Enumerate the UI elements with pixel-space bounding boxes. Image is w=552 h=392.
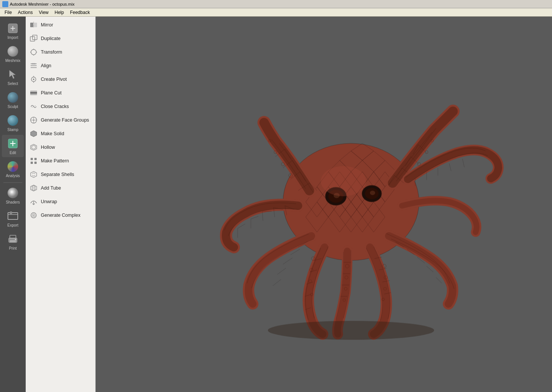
menu-item-mirror[interactable]: Mirror — [26, 18, 95, 32]
svg-rect-40 — [31, 162, 33, 164]
menu-item-align-label: Align — [41, 63, 51, 68]
svg-point-13 — [15, 239, 16, 240]
svg-rect-15 — [34, 23, 37, 27]
sidebar-separator — [3, 182, 22, 183]
sidebar-label-meshmix: Meshmix — [5, 59, 20, 63]
svg-point-45 — [32, 189, 35, 190]
svg-point-76 — [321, 166, 366, 196]
import-icon — [6, 22, 19, 35]
sidebar-label-select: Select — [8, 82, 18, 86]
menu-item-separate-shells[interactable]: Separate Shells — [26, 168, 95, 181]
pivot-icon — [29, 75, 38, 83]
menu-item-duplicate[interactable]: Duplicate — [26, 32, 95, 45]
menu-item-duplicate-label: Duplicate — [41, 36, 60, 41]
sidebar-item-select[interactable]: Select — [2, 66, 24, 88]
sidebar-label-export: Export — [8, 223, 19, 227]
close-cracks-icon — [29, 102, 38, 111]
menu-item-face-groups-label: Generate Face Groups — [41, 117, 89, 123]
align-icon — [29, 62, 38, 70]
add-tube-icon — [29, 184, 38, 192]
duplicate-icon — [29, 34, 38, 43]
unwrap-icon — [29, 198, 38, 206]
menu-item-generate-face-groups[interactable]: Generate Face Groups — [26, 113, 95, 127]
menu-item-transform[interactable]: Transform — [26, 45, 95, 59]
menu-item-generate-complex[interactable]: Generate Complex — [26, 208, 95, 222]
sidebar-item-analysis[interactable]: Analysis — [2, 158, 24, 180]
svg-point-56 — [370, 191, 375, 195]
svg-rect-7 — [8, 213, 18, 219]
sidebar-item-sculpt[interactable]: Sculpt — [2, 89, 24, 111]
svg-point-42 — [32, 186, 35, 187]
menu-item-generate-complex-label: Generate Complex — [41, 213, 80, 218]
plane-cut-icon — [29, 89, 38, 97]
menu-item-transform-label: Transform — [41, 49, 62, 55]
sidebar-label-stamp: Stamp — [8, 128, 19, 132]
title-bar: Autodesk Meshmixer - octopus.mix — [0, 0, 552, 8]
menu-item-unwrap-label: Unwrap — [41, 199, 57, 204]
sidebar-label-sculpt: Sculpt — [8, 105, 18, 109]
sculpt-icon — [6, 91, 19, 104]
sidebar-label-shaders: Shaders — [6, 200, 20, 204]
menu-feedback[interactable]: Feedback — [67, 9, 93, 16]
sidebar-item-meshmix[interactable]: Meshmix — [2, 43, 24, 65]
sidebar-item-import[interactable]: Import — [2, 20, 24, 42]
menu-item-plane-cut-label: Plane Cut — [41, 90, 62, 96]
menu-item-create-pivot[interactable]: Create Pivot — [26, 73, 95, 86]
menu-item-add-tube-label: Add Tube — [41, 185, 61, 191]
octopus-svg — [200, 85, 510, 349]
face-groups-icon — [29, 116, 38, 124]
stamp-icon — [6, 114, 19, 127]
menu-item-mirror-label: Mirror — [41, 22, 53, 28]
menu-item-unwrap[interactable]: Unwrap — [26, 195, 95, 208]
menu-item-make-solid[interactable]: Make Solid — [26, 127, 95, 140]
svg-rect-27 — [32, 63, 36, 65]
make-pattern-icon — [29, 157, 38, 165]
shaders-icon — [6, 187, 19, 199]
menu-actions[interactable]: Actions — [15, 9, 36, 16]
menu-item-separate-shells-label: Separate Shells — [41, 172, 74, 177]
menu-item-create-pivot-label: Create Pivot — [41, 77, 67, 82]
svg-point-77 — [268, 321, 434, 340]
select-icon — [6, 68, 19, 81]
app-icon — [2, 1, 8, 7]
svg-rect-38 — [31, 158, 33, 160]
svg-rect-12 — [10, 240, 16, 242]
menu-item-align[interactable]: Align — [26, 59, 95, 73]
sidebar-label-analysis: Analysis — [6, 174, 20, 178]
svg-point-19 — [31, 49, 36, 55]
menu-item-make-pattern[interactable]: Make Pattern — [26, 154, 95, 168]
export-icon — [6, 210, 19, 222]
svg-point-29 — [33, 79, 34, 80]
print-icon — [6, 233, 19, 245]
sidebar-item-edit[interactable]: Edit — [2, 135, 24, 157]
main-container: Import Meshmix Select Sculpt — [0, 17, 552, 392]
menu-item-make-pattern-label: Make Pattern — [41, 158, 69, 164]
octopus-model — [200, 85, 510, 350]
menu-item-plane-cut[interactable]: Plane Cut — [26, 86, 95, 100]
make-solid-icon — [29, 130, 38, 138]
viewport[interactable] — [96, 17, 552, 392]
analysis-icon — [6, 160, 19, 173]
sidebar-item-export[interactable]: Export — [2, 207, 24, 230]
menu-view[interactable]: View — [36, 9, 52, 16]
sidebar-item-shaders[interactable]: Shaders — [2, 184, 24, 207]
menu-file[interactable]: File — [2, 9, 15, 16]
menu-bar: File Actions View Help Feedback — [0, 8, 552, 17]
svg-rect-41 — [34, 162, 37, 164]
edit-icon — [6, 137, 19, 150]
sidebar-item-stamp[interactable]: Stamp — [2, 112, 24, 134]
menu-help[interactable]: Help — [52, 9, 67, 16]
svg-point-74 — [425, 151, 428, 154]
menu-item-make-solid-label: Make Solid — [41, 131, 64, 136]
menu-item-close-cracks-label: Close Cracks — [41, 104, 69, 109]
svg-rect-39 — [34, 158, 37, 160]
menu-item-add-tube[interactable]: Add Tube — [26, 181, 95, 195]
separate-shells-icon — [29, 170, 38, 179]
sidebar-item-print[interactable]: Print — [2, 230, 24, 253]
svg-point-37 — [33, 120, 34, 121]
sidebar: Import Meshmix Select Sculpt — [0, 17, 26, 392]
menu-item-hollow[interactable]: Hollow — [26, 140, 95, 154]
svg-marker-3 — [9, 70, 15, 79]
menu-item-close-cracks[interactable]: Close Cracks — [26, 100, 95, 113]
edit-dropdown-panel: Mirror Duplicate — [26, 17, 96, 392]
